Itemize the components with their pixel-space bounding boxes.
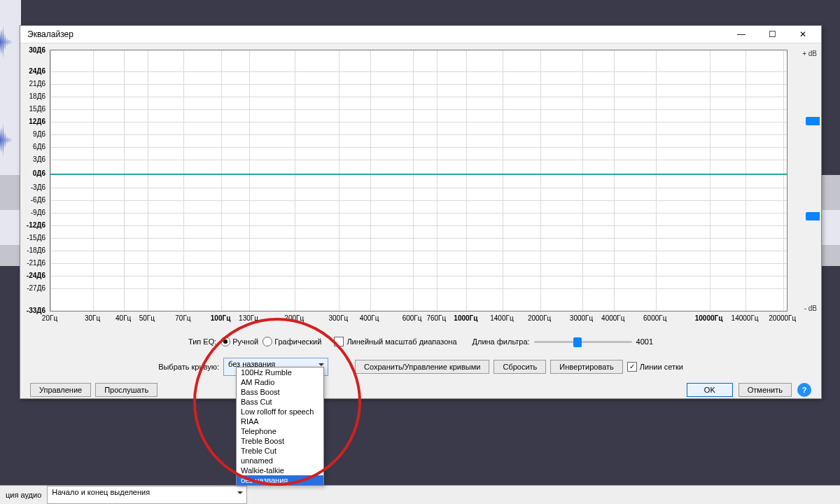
dropdown-option[interactable]: Low rolloff for speech [237,407,323,416]
dropdown-option[interactable]: 100Hz Rumble [237,368,323,377]
dropdown-option[interactable]: Walkie-talkie [237,465,323,475]
slider-thumb-min[interactable] [806,212,820,220]
y-tick: -9Д6 [31,209,46,216]
dropdown-option[interactable]: без названия [237,475,323,485]
y-tick: 18Д6 [29,92,46,100]
radio-dot-icon [262,337,272,346]
dialog-title: Эквалайзер [27,29,726,39]
minimize-button[interactable]: — [726,27,757,42]
dropdown-option[interactable]: Bass Boost [237,387,323,397]
y-tick: -12Д6 [27,221,46,229]
x-tick: 760Гц [426,314,446,322]
gain-slider-right[interactable] [799,50,817,310]
x-tick: 14000Гц [732,314,759,322]
y-tick: -27Д6 [27,284,46,292]
y-tick: -18Д6 [27,246,46,254]
preview-button[interactable]: Прослушать [95,383,158,397]
help-icon[interactable]: ? [797,383,811,397]
radio-draw[interactable]: Ручной [220,337,258,346]
slider-track [534,341,632,343]
gridlines-checkbox[interactable]: Линии сетки [627,362,683,372]
slider-thumb[interactable] [573,337,582,347]
dropdown-option[interactable]: Bass Cut [237,397,323,407]
zero-db-line [50,174,787,175]
checkbox-icon [627,362,637,372]
y-tick: -21Д6 [27,259,46,267]
radio-dot-icon [220,337,230,346]
status-bar: ция аудио Начало и конец выделения [0,485,840,504]
y-tick: 0Д6 [33,169,46,177]
selection-mode-value: Начало и конец выделения [52,488,150,496]
x-tick: 70Гц [175,314,190,322]
checkbox-icon [334,337,344,346]
y-tick: 30Д6 [29,46,46,54]
x-tick: 400Гц [360,314,379,322]
x-tick: 6000Гц [643,314,666,322]
x-tick: 50Гц [139,314,155,322]
x-tick: 600Гц [402,314,422,322]
y-tick: -6Д6 [31,196,46,204]
x-tick: 200Гц [284,314,304,322]
manage-button[interactable]: Управление [30,383,91,397]
x-tick: 300Гц [328,314,348,322]
y-tick: 6Д6 [33,143,46,150]
x-tick: 100Гц [211,314,231,322]
y-tick: -24Д6 [27,272,46,279]
x-tick: 2000Гц [528,314,551,322]
dropdown-option[interactable]: RIAA [237,416,323,426]
x-axis: 20Гц30Гц40Гц50Гц70Гц100Гц130Гц200Гц300Гц… [50,313,788,323]
close-button[interactable]: ✕ [788,27,818,42]
status-bar-label: ция аудио [6,491,41,499]
dropdown-option[interactable]: unnamed [237,456,323,465]
filter-length-label: Длина фильтра: [472,337,530,346]
curve-row: Выбрать кривую: без названия Сохранить/У… [20,358,821,376]
titlebar: Эквалайзер — ☐ ✕ [20,26,821,43]
type-label: Тип EQ: [188,337,216,346]
x-tick: 130Гц [239,314,258,322]
dropdown-option[interactable]: Telephone [237,426,323,436]
slider-thumb-max[interactable] [806,117,820,125]
curve-dropdown-list[interactable]: 100Hz RumbleAM RadioBass BoostBass CutLo… [236,367,324,486]
dropdown-option[interactable]: Treble Boost [237,436,323,446]
reset-button[interactable]: Сбросить [493,360,546,374]
y-tick: 24Д6 [29,67,46,75]
filter-length-value: 4001 [636,337,653,346]
radio-graphic[interactable]: Графический [262,337,321,346]
y-axis: 30Д624Д621Д618Д615Д612Д69Д66Д63Д60Д6-3Д6… [20,50,48,310]
x-tick: 1000Гц [454,314,477,322]
ok-button[interactable]: OK [687,383,733,397]
x-tick: 20Гц [42,314,57,322]
dropdown-option[interactable]: AM Radio [237,377,323,387]
x-tick: 3000Гц [570,314,593,322]
x-tick: 1400Гц [490,314,513,322]
x-tick: 10000Гц [695,314,723,322]
y-tick: 21Д6 [29,80,46,88]
selection-mode-select[interactable]: Начало и конец выделения [47,486,247,504]
save-manage-button[interactable]: Сохранить/Управление кривыми [355,360,489,374]
y-tick: 12Д6 [29,118,46,125]
x-tick: 30Гц [85,314,100,322]
x-tick: 20000Гц [769,314,796,322]
cancel-button[interactable]: Отменить [738,383,792,397]
maximize-button[interactable]: ☐ [757,27,788,42]
y-tick: -3Д6 [31,183,46,191]
filter-length-slider[interactable] [534,337,632,346]
y-tick: 9Д6 [33,130,46,138]
gridlines-label: Линии сетки [640,363,683,371]
y-tick: 15Д6 [29,105,46,113]
radio-graphic-label: Графический [274,337,321,346]
y-tick: -15Д6 [27,234,46,241]
eq-graph[interactable] [50,50,788,312]
x-tick: 4000Гц [601,314,624,322]
y-tick: 3Д6 [33,155,46,163]
dialog-buttons-row: Управление Прослушать OK Отменить ? [30,383,811,397]
select-curve-label: Выбрать кривую: [158,363,219,371]
dropdown-option[interactable]: Treble Cut [237,446,323,456]
x-tick: 40Гц [115,314,131,322]
invert-button[interactable]: Инвертировать [550,360,622,374]
y-tick: -33Д6 [27,307,46,314]
linear-scale-checkbox[interactable]: Линейный масштаб диапазона [334,337,456,346]
eq-type-row: Тип EQ: Ручной Графический Линейный масш… [20,337,821,346]
radio-draw-label: Ручной [232,337,258,346]
equalizer-dialog: Эквалайзер — ☐ ✕ 30Д624Д621Д618Д615Д612Д… [20,25,822,399]
